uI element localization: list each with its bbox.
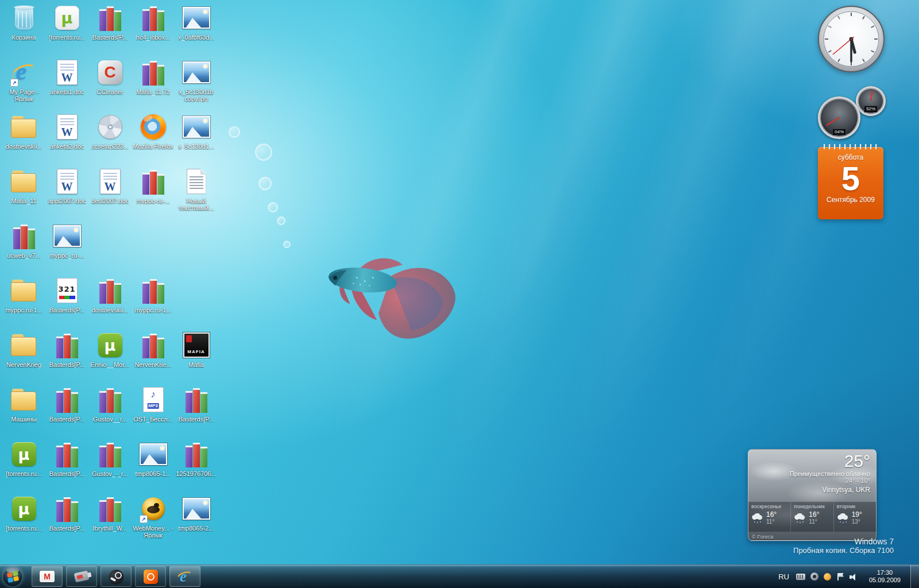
desktop-icon[interactable]: My Page - Ярлык <box>2 56 45 110</box>
internet-explorer-icon <box>176 568 194 585</box>
desktop-icon-label: Basterds[P... <box>179 416 214 423</box>
desktop-icon[interactable]: Корзина <box>2 1 45 56</box>
desktop-icon[interactable]: NervenKrieg <box>2 328 45 383</box>
shortcut-arrow-icon <box>140 515 148 523</box>
cpu-gauge[interactable]: 04% <box>818 96 860 139</box>
desktop-icon[interactable]: Ennio__Mor... <box>88 328 132 383</box>
volume-icon[interactable] <box>850 572 859 581</box>
word-icon <box>57 60 78 85</box>
desktop-icon[interactable]: myppc_ru-... <box>45 219 88 274</box>
desktop-icon-label: myppc.ru-1... <box>5 307 42 314</box>
desktop-icon[interactable]: dostoevskii... <box>2 110 45 165</box>
keyboard-icon[interactable] <box>796 574 805 580</box>
weather-gadget[interactable]: 25° Преимущественно облачно 24° - 10° Vi… <box>748 449 876 541</box>
desktop-icon[interactable]: Gustov_-_r... <box>88 438 132 492</box>
desktop-icon[interactable]: x_5c130d1... <box>175 110 218 165</box>
forecast-day[interactable]: воскресенье 16° 11° <box>748 502 791 532</box>
desktop-icon[interactable]: 1251976706... <box>175 438 218 492</box>
desktop-icon[interactable]: CCleaner <box>88 56 132 110</box>
desktop-icon[interactable]: Basterds[P... <box>45 438 88 492</box>
desktop-icon-label: x_5c130d1b copy.jpg <box>175 88 218 102</box>
start-button[interactable] <box>3 567 22 586</box>
desktop-icon[interactable]: Машины <box>2 383 45 438</box>
desktop-icon[interactable]: tmp8065-1... <box>132 438 175 492</box>
desktop-icon[interactable]: Mafia <box>175 328 218 383</box>
desktop-icon[interactable]: NervenKrie... <box>132 328 175 383</box>
desktop-icon-label: Basterds[P... <box>49 525 85 532</box>
desktop-icon[interactable]: hc4_inbox... <box>132 1 175 56</box>
desktop-icon[interactable]: ccsetup223... <box>88 110 132 165</box>
forecast-low: 11° <box>809 519 819 525</box>
action-center-flag-icon[interactable] <box>836 572 844 581</box>
desktop-icon[interactable]: anketa1.doc <box>45 56 88 110</box>
desktop-icon[interactable]: decl2007.doc <box>88 165 132 219</box>
mp3-icon <box>143 387 164 412</box>
desktop-icon[interactable]: [torrents.ru... <box>2 438 45 492</box>
taskbar-button-internet-explorer[interactable] <box>169 566 200 587</box>
desktop-icon[interactable]: myppc.ru-1... <box>2 274 45 328</box>
desktop-icon-label: myppc.ru-1... <box>134 307 171 314</box>
desktop-icon[interactable]: Mafia_11.7z <box>132 56 175 110</box>
desktop-icon[interactable]: ucweb_v7... <box>2 219 45 274</box>
winrar-icon <box>99 278 122 304</box>
desktop-icon-label: WebMoney... - Ярлык <box>132 525 175 539</box>
desktop-icon[interactable]: appl2007.doc <box>45 165 88 219</box>
folder-icon <box>11 116 37 138</box>
desktop-icon-label: Mafia_11 <box>11 198 36 204</box>
winrar-icon <box>99 496 122 522</box>
media-player-icon <box>144 570 158 584</box>
clock-gadget[interactable] <box>817 5 886 74</box>
desktop-icon[interactable]: Basterds[P... <box>175 383 218 438</box>
desktop-icon-label: myppc_ru-... <box>49 252 84 259</box>
desktop-icon[interactable]: Basterds[P... <box>45 383 88 438</box>
shortcut-arrow-icon <box>10 79 18 87</box>
taskbar-button-usb-device[interactable] <box>66 566 97 587</box>
desktop-icon[interactable]: anketa2.doc <box>45 110 88 165</box>
desktop-icon[interactable]: Ibrythill_W... <box>88 492 132 547</box>
forecast-day[interactable]: понедельник 16° 11° <box>791 502 833 532</box>
utorrent-green-icon <box>12 442 36 466</box>
steam-tray-icon[interactable] <box>810 572 818 581</box>
forecast-day[interactable]: вторник 19° 13° <box>834 502 876 532</box>
desktop-icon-label: Gustov__r... <box>93 416 127 423</box>
desktop-icon[interactable]: Basterds[P... <box>45 274 88 328</box>
desktop-icon[interactable]: Basterds[P... <box>45 492 88 547</box>
desktop-icon-label: Basterds[P... <box>92 34 128 41</box>
winrar-icon <box>185 387 208 413</box>
tray-clock[interactable]: 17:30 05.09.2009 <box>864 569 905 584</box>
desktop-icon[interactable]: Gustov__r... <box>88 383 132 438</box>
desktop-icon[interactable]: myppc-ru-... <box>132 165 175 219</box>
desktop-icon[interactable]: myppc.ru-1... <box>132 274 175 328</box>
desktop-icon[interactable]: WebMoney... - Ярлык <box>132 492 175 547</box>
cpu-meter-gadget[interactable]: 52% 04% <box>818 86 888 145</box>
desktop-icon-label: Ennio__Mor... <box>91 361 130 368</box>
desktop-icon[interactable]: x_5c130d1b copy.jpg <box>175 56 218 110</box>
folder-icon <box>11 389 37 411</box>
word-icon <box>100 169 121 194</box>
taskbar-button-media-player[interactable] <box>135 566 166 587</box>
winrar-icon <box>99 442 122 467</box>
windows-logo-icon <box>7 570 19 582</box>
taskbar-button-mail[interactable] <box>32 566 63 587</box>
winrar-icon <box>142 332 165 358</box>
desktop-icon[interactable]: Mozilla Firefox <box>132 110 175 165</box>
desktop-icon[interactable]: x_0afbf63d... <box>175 1 218 56</box>
desktop-icon[interactable]: [torrents.ru... <box>45 1 88 56</box>
taskbar-button-steam[interactable] <box>101 566 132 587</box>
desktop-icon[interactable]: dostoevskii... <box>88 274 132 328</box>
desktop-icon[interactable]: Basterds[P... <box>88 1 132 56</box>
language-indicator[interactable]: RU <box>777 572 791 581</box>
update-tray-icon[interactable] <box>824 573 831 581</box>
desktop-icon-label: dostoevskii... <box>92 307 129 314</box>
desktop-icon-label: 1251976706... <box>176 470 216 477</box>
desktop-icon[interactable]: Basterds[P... <box>45 328 88 383</box>
desktop-icon[interactable]: Новый текстовый... <box>175 165 218 219</box>
desktop-icon[interactable]: Mafia_11 <box>2 165 45 219</box>
ram-gauge[interactable]: 52% <box>856 86 886 116</box>
calendar-gadget[interactable]: суббота 5 Сентябрь 2009 <box>818 147 883 219</box>
desktop-icon[interactable]: OST_Бессл... <box>132 383 175 438</box>
winrar-icon <box>99 387 122 413</box>
show-desktop-button[interactable] <box>910 565 919 588</box>
desktop-icon[interactable]: [torrents.ru... <box>2 492 45 547</box>
desktop-icon[interactable]: tmp8065-2... <box>175 492 218 547</box>
